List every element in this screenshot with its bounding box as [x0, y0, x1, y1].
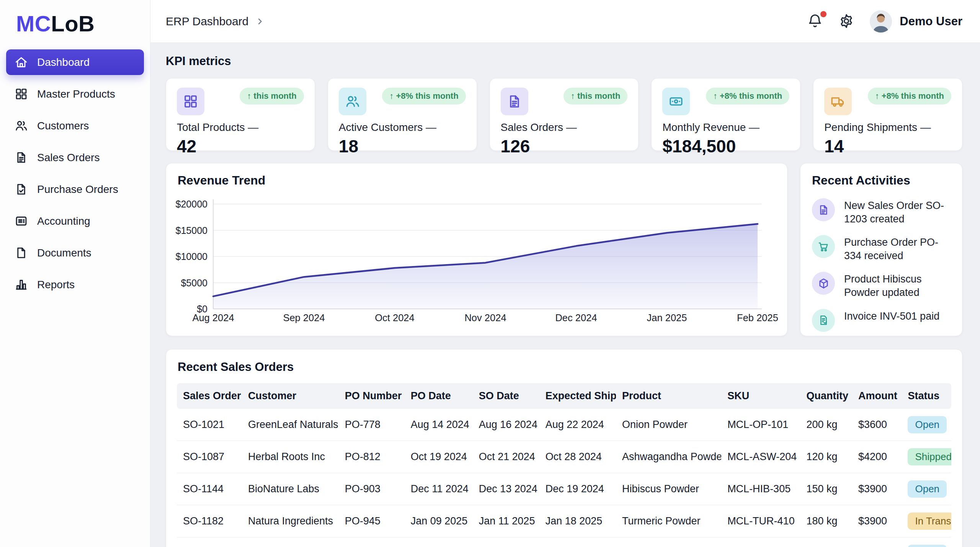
sidebar-item-purchase-orders[interactable]: Purchase Orders	[6, 176, 144, 202]
cell-quantity: 180 kg	[800, 505, 852, 537]
cell-product: Turmeric Powder	[616, 505, 721, 537]
kpi-icon-tile	[662, 88, 690, 115]
kpi-card-top: ↑ this month	[501, 88, 628, 115]
cell-product: Hibiscus Powder	[616, 473, 721, 505]
kpi-label: Active Customers —	[339, 121, 466, 134]
recent-activities-title: Recent Activities	[812, 173, 951, 188]
cell-amount: $3500	[852, 537, 902, 547]
sidebar-item-accounting[interactable]: Accounting	[6, 208, 144, 234]
user-menu[interactable]: Demo User	[870, 10, 962, 33]
status-badge: Open	[908, 545, 947, 547]
svg-text:$20000: $20000	[176, 199, 207, 209]
column-header-status: Status	[902, 383, 951, 409]
activity-text: Product Hibiscus Powder updated	[844, 272, 951, 299]
kpi-value: 42	[177, 136, 304, 157]
svg-text:Jan 2025: Jan 2025	[647, 312, 687, 323]
kpi-card-sales-orders: ↑ this monthSales Orders —126	[490, 78, 639, 151]
cell-quantity: 120 kg	[800, 441, 852, 473]
sidebar-item-master-products[interactable]: Master Products	[6, 81, 144, 107]
svg-text:Feb 2025: Feb 2025	[737, 312, 778, 323]
cell-status: Open	[902, 409, 951, 441]
cell-sku: MCL-OP-101	[721, 409, 800, 441]
kpi-cards-row: ↑ this monthTotal Products —42↑ +8% this…	[166, 78, 962, 151]
cell-expected-ship: Feb 12 2025	[539, 537, 616, 547]
cell-customer: Herbal Roots Inc	[242, 441, 339, 473]
cell-po-date: Feb 03 2025	[405, 537, 473, 547]
revenue-trend-chart: $0$5000$10000$15000$20000Aug 2024Sep 202…	[166, 163, 788, 336]
svg-text:Aug 2024: Aug 2024	[192, 312, 234, 323]
gear-icon	[838, 13, 854, 29]
logo-part-secondary: LoB	[51, 11, 95, 36]
sidebar-item-sales-orders[interactable]: Sales Orders	[6, 145, 144, 170]
sidebar-item-documents[interactable]: Documents	[6, 240, 144, 266]
column-header-po-number: PO Number	[339, 383, 405, 409]
cell-po-date: Aug 14 2024	[405, 409, 473, 441]
status-badge: Open	[908, 480, 947, 498]
cell-po-number: PO-903	[339, 473, 405, 505]
column-header-quantity: Quantity	[800, 383, 852, 409]
status-badge: Open	[908, 416, 947, 433]
sales-orders-table: Sales OrderCustomerPO NumberPO DateSO Da…	[177, 383, 951, 547]
cell-so-date: Feb 05 2025	[473, 537, 539, 547]
app-window: MCLoB DashboardMaster ProductsCustomersS…	[0, 0, 980, 547]
cell-customer: BioNature Labs	[242, 473, 339, 505]
activity-icon-circle	[812, 309, 835, 332]
sidebar-item-customers[interactable]: Customers	[6, 113, 144, 139]
kpi-icon-tile	[177, 88, 204, 115]
cell-po-number: PO-972	[339, 537, 405, 547]
cell-po-date: Oct 19 2024	[405, 441, 473, 473]
sidebar-item-label: Reports	[37, 279, 75, 291]
file-check-icon	[15, 183, 28, 196]
activity-list: New Sales Order SO-1203 createdPurchase …	[812, 198, 951, 332]
cell-po-number: PO-945	[339, 505, 405, 537]
cell-product: Onion Powder	[616, 409, 721, 441]
table-row[interactable]: SO-1021GreenLeaf NaturalsPO-778Aug 14 20…	[177, 409, 951, 441]
kpi-icon-tile	[339, 88, 366, 115]
settings-button[interactable]	[838, 13, 855, 30]
cell-status: Shipped	[902, 441, 951, 473]
svg-text:Oct 2024: Oct 2024	[375, 312, 414, 323]
cell-sku: MCL-GIN-512	[721, 537, 800, 547]
cell-po-date: Dec 11 2024	[405, 473, 473, 505]
sidebar-item-reports[interactable]: Reports	[6, 272, 144, 297]
cell-po-date: Jan 09 2025	[405, 505, 473, 537]
cell-sales-order: SO-1144	[177, 473, 242, 505]
kpi-section-title: KPI metrics	[166, 54, 962, 68]
file-text-icon	[818, 204, 830, 216]
kpi-card-top: ↑ +8% this month	[339, 88, 466, 115]
svg-text:$15000: $15000	[176, 225, 207, 236]
kpi-label: Monthly Revenue —	[662, 121, 789, 134]
kpi-value: 14	[824, 136, 951, 157]
activity-text: New Sales Order SO-1203 created	[844, 198, 951, 226]
kpi-card-total-products: ↑ this monthTotal Products —42	[166, 78, 315, 151]
table-row[interactable]: SO-1087Herbal Roots IncPO-812Oct 19 2024…	[177, 441, 951, 473]
cell-product: Ashwagandha Powder	[616, 441, 721, 473]
user-name: Demo User	[900, 15, 962, 28]
activity-item: New Sales Order SO-1203 created	[812, 198, 951, 226]
cell-amount: $3600	[852, 409, 902, 441]
kpi-label: Total Products —	[177, 121, 304, 134]
file-text-icon	[15, 151, 28, 164]
topbar-actions: Demo User	[807, 10, 962, 33]
table-row[interactable]: SO-1203Organic Herb CoPO-972Feb 03 2025F…	[177, 537, 951, 547]
kpi-card-top: ↑ +8% this month	[824, 88, 951, 115]
dashboard-content: KPI metrics ↑ this monthTotal Products —…	[150, 43, 980, 547]
cell-so-date: Dec 13 2024	[473, 473, 539, 505]
activity-icon-circle	[812, 198, 835, 221]
table-row[interactable]: SO-1182Natura IngredientsPO-945Jan 09 20…	[177, 505, 951, 537]
grid-icon	[183, 94, 198, 109]
breadcrumb[interactable]: ERP Dashboard	[166, 15, 265, 28]
kpi-trend-badge: ↑ +8% this month	[868, 88, 951, 105]
kpi-card-pending-shipments: ↑ +8% this monthPending Shipments —14	[813, 78, 962, 151]
table-row[interactable]: SO-1144BioNature LabsPO-903Dec 11 2024De…	[177, 473, 951, 505]
activity-item: Invoice INV-501 paid	[812, 309, 951, 332]
cell-sku: MCL-TUR-410	[721, 505, 800, 537]
chevron-right-icon	[255, 16, 265, 27]
sidebar-item-label: Master Products	[37, 88, 115, 100]
cell-sales-order: SO-1203	[177, 537, 242, 547]
sidebar-item-dashboard[interactable]: Dashboard	[6, 49, 144, 75]
notifications-button[interactable]	[807, 13, 824, 30]
cell-expected-ship: Jan 18 2025	[539, 505, 616, 537]
file-text-icon	[507, 94, 522, 109]
app-logo: MCLoB	[6, 8, 144, 49]
